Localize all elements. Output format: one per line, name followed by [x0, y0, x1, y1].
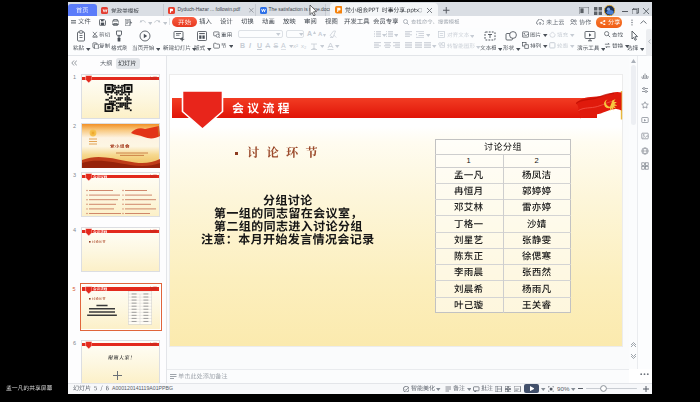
- format-painter-button[interactable]: [111, 45, 128, 51]
- zoom-in-button[interactable]: [643, 386, 649, 392]
- menu-item-1[interactable]: [199, 18, 212, 24]
- layout-button[interactable]: [194, 45, 205, 51]
- cloud-status[interactable]: [546, 19, 565, 25]
- to-smartart-label[interactable]: [447, 43, 475, 49]
- minimize-button[interactable]: [622, 11, 628, 12]
- split-view-icon[interactable]: [579, 7, 589, 15]
- underline-color-button[interactable]: A: [281, 42, 286, 50]
- align-text-icon[interactable]: [438, 31, 445, 38]
- number-list-icon[interactable]: [386, 31, 393, 38]
- menu-item-8[interactable]: [344, 18, 370, 24]
- zoom-level[interactable]: 90%: [557, 386, 569, 392]
- slide-body-line-2[interactable]: [214, 207, 362, 219]
- theme-icon[interactable]: [641, 147, 649, 155]
- share-icon[interactable]: [600, 20, 606, 26]
- status-notes-label[interactable]: [453, 385, 465, 391]
- apps-grid-icon[interactable]: [594, 7, 602, 15]
- prev-slide-icon[interactable]: [631, 342, 636, 347]
- print-icon[interactable]: [112, 19, 119, 26]
- zoom-out-button[interactable]: [578, 388, 583, 389]
- tab-sync-icon[interactable]: [418, 8, 423, 13]
- slide-body-line-4[interactable]: [201, 233, 374, 245]
- animation-icon[interactable]: [641, 116, 649, 124]
- columns-icon[interactable]: [424, 42, 431, 49]
- normal-view-icon[interactable]: [495, 386, 502, 392]
- slide-sorter-icon[interactable]: [505, 386, 512, 392]
- menu-start-label[interactable]: [178, 19, 191, 25]
- apps-panel-icon[interactable]: [641, 162, 649, 170]
- menu-item-2[interactable]: [220, 18, 233, 24]
- fill-button[interactable]: [557, 32, 568, 38]
- bullet-list-icon[interactable]: [374, 31, 381, 38]
- thumbnail-4[interactable]: [81, 227, 160, 272]
- image-library-icon[interactable]: [641, 132, 649, 140]
- picture-button[interactable]: [530, 32, 541, 38]
- present-tools-button[interactable]: [577, 45, 599, 51]
- hamburger-icon[interactable]: [71, 20, 77, 25]
- new-slide-button[interactable]: [163, 45, 191, 51]
- slide-body-line-1[interactable]: [263, 194, 312, 206]
- decrease-font-button[interactable]: A: [318, 31, 322, 37]
- redo-icon[interactable]: [154, 19, 161, 25]
- shadow-button[interactable]: S: [274, 42, 279, 49]
- select-button[interactable]: [627, 45, 638, 51]
- comments-label[interactable]: [481, 385, 493, 391]
- subscript-button[interactable]: x₂: [301, 43, 306, 49]
- new-tab-button[interactable]: [443, 7, 450, 14]
- align-center-icon[interactable]: [384, 42, 391, 49]
- italic-button[interactable]: I: [249, 42, 251, 49]
- justify-icon[interactable]: [405, 42, 412, 49]
- collapse-panel-icon[interactable]: [71, 60, 77, 66]
- text-color-icon[interactable]: [310, 42, 318, 50]
- collapse-ribbon-icon[interactable]: [640, 20, 647, 24]
- menu-item-9[interactable]: [373, 18, 399, 24]
- tab-close-icon[interactable]: [249, 8, 254, 13]
- arrange-button[interactable]: [530, 43, 541, 49]
- menu-item-3[interactable]: [241, 18, 254, 24]
- superscript-button[interactable]: x²: [293, 43, 298, 49]
- search-placeholder[interactable]: [411, 19, 460, 24]
- cloud-upload-icon[interactable]: [536, 19, 544, 25]
- strike-button[interactable]: A: [266, 42, 271, 49]
- fit-slide-icon[interactable]: [548, 386, 554, 392]
- bold-button[interactable]: B: [240, 42, 245, 49]
- distribute-icon[interactable]: [415, 42, 422, 49]
- menu-file[interactable]: [78, 18, 91, 24]
- maximize-button[interactable]: [632, 8, 639, 15]
- underline-button[interactable]: U: [257, 42, 262, 49]
- replace-button[interactable]: [612, 43, 623, 49]
- text-box-button[interactable]: [480, 45, 497, 51]
- slide-title[interactable]: [232, 102, 290, 114]
- status-notes-icon[interactable]: [445, 386, 452, 393]
- resources-icon[interactable]: [641, 101, 649, 109]
- section-button[interactable]: [221, 43, 227, 49]
- collaborate-icon[interactable]: [570, 19, 577, 25]
- scrollbar-thumb[interactable]: [631, 65, 636, 125]
- preview-icon[interactable]: [125, 19, 133, 26]
- gesture-icon[interactable]: [641, 71, 649, 79]
- align-left-icon[interactable]: [374, 42, 381, 49]
- reading-view-icon[interactable]: [514, 386, 521, 392]
- slide-bullet-item[interactable]: [247, 146, 318, 158]
- zoom-slider-thumb[interactable]: [600, 385, 607, 392]
- menu-item-5[interactable]: [283, 18, 296, 24]
- more-tools-icon[interactable]: [640, 373, 649, 376]
- clear-format-icon[interactable]: [329, 30, 337, 38]
- shapes-button[interactable]: [503, 45, 514, 51]
- line-spacing-icon[interactable]: [416, 31, 424, 38]
- collaborate-label[interactable]: [579, 19, 591, 25]
- comments-icon[interactable]: [473, 386, 480, 393]
- highlight-color-icon[interactable]: [326, 42, 334, 50]
- scroll-up-icon[interactable]: [631, 59, 636, 63]
- close-button[interactable]: [643, 8, 650, 15]
- tab-close-icon[interactable]: [427, 8, 432, 13]
- tab-outline[interactable]: [100, 60, 112, 66]
- properties-panel-icon[interactable]: [641, 86, 649, 94]
- add-slide-button[interactable]: [113, 371, 122, 380]
- find-button[interactable]: [612, 32, 623, 38]
- share-label[interactable]: [608, 19, 620, 25]
- decrease-indent-icon[interactable]: [405, 31, 412, 38]
- outline-button[interactable]: [557, 43, 568, 49]
- undo-icon[interactable]: [139, 19, 146, 25]
- to-smartart-icon[interactable]: [438, 42, 445, 49]
